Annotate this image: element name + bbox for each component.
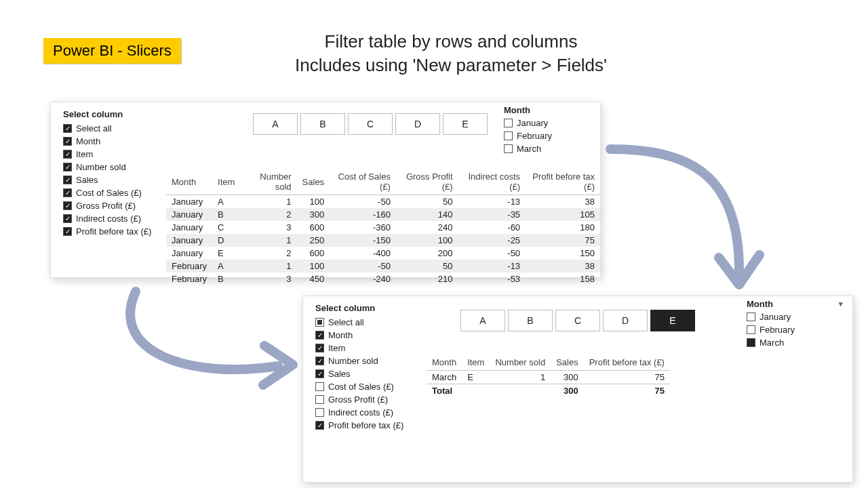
month-slicer-b: Month ▾ JanuaryFebruaryMarch [747, 299, 843, 349]
month-option-january[interactable]: January [504, 117, 552, 129]
table-row: FebruaryB3450-240210-53158 [166, 272, 600, 285]
col-header: Profit before tax (£) [584, 354, 670, 371]
column-option-month[interactable]: ✓Month [315, 329, 403, 342]
item-button-d[interactable]: D [603, 310, 648, 331]
checkbox-icon: ✓ [63, 124, 72, 133]
checkbox-icon: ✓ [63, 150, 72, 159]
column-option-cost-of-sales-[interactable]: ✓Cost of Sales (£) [63, 186, 151, 199]
item-button-a[interactable]: A [460, 310, 505, 331]
table-row: FebruaryA1100-5050-1338 [166, 260, 600, 272]
item-button-e[interactable]: E [443, 113, 488, 135]
item-button-a[interactable]: A [253, 113, 298, 135]
column-option-number-sold[interactable]: ✓Number sold [315, 354, 403, 367]
item-button-b[interactable]: B [508, 310, 553, 331]
item-button-e[interactable]: E [650, 310, 695, 331]
table-row: JanuaryB2300-160140-35105 [166, 208, 600, 221]
col-header: Month [427, 354, 462, 371]
column-option-select-all[interactable]: Select all [315, 316, 403, 329]
checkbox-icon: ✓ [315, 357, 324, 365]
month-option-january[interactable]: January [747, 310, 843, 323]
checkbox-icon [504, 119, 513, 127]
checkbox-icon: ✓ [63, 163, 72, 171]
data-table-a: MonthItemNumber soldSalesCost of Sales (… [166, 169, 600, 285]
item-slicer-a: ABCDE [253, 113, 488, 135]
column-option-indirect-costs-[interactable]: Indirect costs (£) [315, 406, 403, 419]
col-header: Sales [551, 354, 584, 371]
checkbox-icon: ✓ [63, 137, 72, 146]
column-option-number-sold[interactable]: ✓Number sold [63, 161, 151, 174]
checkbox-icon [315, 318, 324, 327]
column-option-select-all[interactable]: ✓Select all [63, 122, 151, 135]
checkbox-icon: ✓ [315, 369, 324, 378]
col-header: Profit before tax (£) [526, 169, 600, 195]
col-header: Cost of Sales (£) [330, 169, 396, 195]
checkbox-icon [315, 382, 324, 391]
table-row: JanuaryC3600-360240-60180 [166, 221, 600, 234]
month-option-march[interactable]: March [747, 336, 843, 349]
checkbox-icon [315, 408, 324, 417]
item-button-d[interactable]: D [395, 113, 440, 135]
column-option-indirect-costs-[interactable]: ✓Indirect costs (£) [63, 212, 151, 225]
checkbox-icon: ✓ [315, 331, 324, 340]
data-table-b: MonthItemNumber soldSalesProfit before t… [427, 354, 670, 397]
column-option-sales[interactable]: ✓Sales [315, 367, 403, 380]
col-header: Number sold [490, 354, 551, 371]
checkbox-icon [747, 312, 755, 321]
item-button-c[interactable]: C [555, 310, 600, 331]
checkbox-icon: ✓ [63, 214, 72, 223]
checkbox-icon [747, 338, 755, 347]
checkbox-icon: ✓ [63, 176, 72, 184]
column-option-month[interactable]: ✓Month [63, 135, 151, 148]
month-slicer-header: Month [504, 105, 552, 115]
panel-after: Select column Select all✓Month✓Item✓Numb… [302, 296, 853, 483]
col-header: Gross Profit (£) [396, 169, 458, 195]
column-slicer-a: Select column ✓Select all✓Month✓Item✓Num… [63, 109, 151, 238]
checkbox-icon: ✓ [63, 188, 72, 197]
col-header: Indirect costs (£) [458, 169, 526, 195]
title-line-2: Includes using 'New parameter > Fields' [234, 54, 668, 77]
checkbox-icon [315, 395, 324, 404]
col-header: Item [212, 169, 240, 195]
table-row: MarchE130075 [427, 371, 670, 384]
column-slicer-header: Select column [315, 303, 403, 313]
column-option-gross-profit-[interactable]: ✓Gross Profit (£) [63, 199, 151, 212]
month-option-march[interactable]: March [504, 142, 552, 155]
item-button-c[interactable]: C [348, 113, 393, 135]
column-option-item[interactable]: ✓Item [315, 342, 403, 354]
chevron-down-icon[interactable]: ▾ [839, 300, 843, 308]
checkbox-icon: ✓ [63, 227, 72, 236]
table-total-row: Total30075 [427, 384, 670, 398]
column-slicer-b: Select column Select all✓Month✓Item✓Numb… [315, 303, 403, 432]
panel-before: Select column ✓Select all✓Month✓Item✓Num… [50, 102, 601, 278]
checkbox-icon [504, 144, 513, 153]
table-row: JanuaryD1250-150100-2575 [166, 234, 600, 247]
col-header: Number sold [240, 169, 296, 195]
month-option-february[interactable]: February [747, 323, 843, 336]
table-row: JanuaryA1100-5050-1338 [166, 195, 600, 209]
column-option-sales[interactable]: ✓Sales [63, 174, 151, 186]
column-slicer-header: Select column [63, 109, 151, 119]
item-button-b[interactable]: B [300, 113, 345, 135]
title-badge: Power BI - Slicers [43, 38, 181, 64]
column-option-cost-of-sales-[interactable]: Cost of Sales (£) [315, 380, 403, 393]
checkbox-icon [504, 131, 513, 140]
checkbox-icon: ✓ [63, 201, 72, 210]
checkbox-icon: ✓ [315, 421, 324, 430]
arrow-right-icon [597, 136, 773, 312]
month-slicer-a: Month JanuaryFebruaryMarch [504, 105, 552, 155]
column-option-item[interactable]: ✓Item [63, 148, 151, 161]
checkbox-icon: ✓ [315, 344, 324, 352]
title-block: Filter table by rows and columns Include… [234, 30, 668, 77]
title-line-1: Filter table by rows and columns [234, 30, 668, 54]
table-row: JanuaryE2600-400200-50150 [166, 247, 600, 260]
month-option-february[interactable]: February [504, 129, 552, 142]
arrow-right-icon [95, 278, 312, 400]
checkbox-icon [747, 325, 755, 334]
month-slicer-header: Month ▾ [747, 299, 843, 309]
col-header: Item [462, 354, 490, 371]
col-header: Sales [297, 169, 330, 195]
column-option-profit-before-tax-[interactable]: ✓Profit before tax (£) [315, 419, 403, 432]
column-option-gross-profit-[interactable]: Gross Profit (£) [315, 393, 403, 406]
column-option-profit-before-tax-[interactable]: ✓Profit before tax (£) [63, 225, 151, 238]
item-slicer-b: ABCDE [460, 310, 695, 331]
